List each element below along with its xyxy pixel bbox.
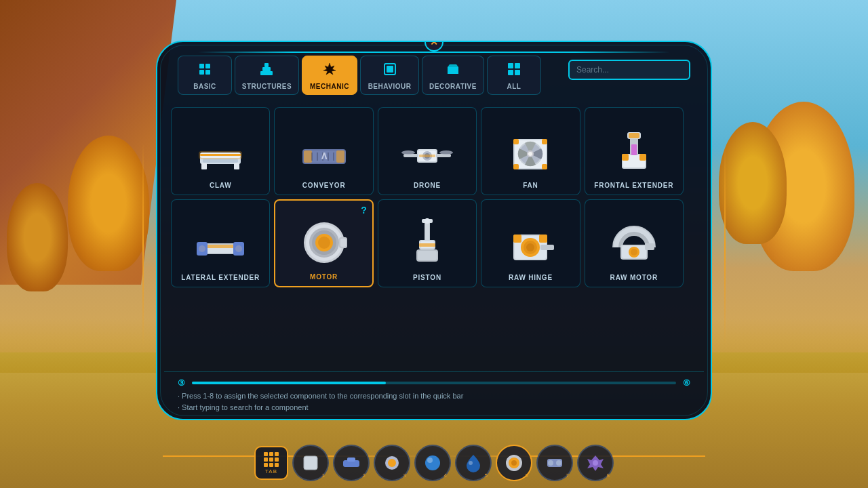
item-motor[interactable]: ?: [274, 199, 373, 287]
svg-point-7: [328, 67, 332, 71]
quickbar-slot-1[interactable]: 1: [292, 445, 329, 481]
claw-label: CLAW: [210, 182, 232, 189]
svg-rect-2: [199, 70, 204, 75]
svg-rect-39: [419, 155, 435, 157]
items-grid-area: CLAW: [164, 103, 690, 371]
raw-motor-icon: [607, 214, 661, 268]
motor-icon: [297, 214, 351, 268]
tab-structures[interactable]: STRUCTURES: [235, 56, 299, 95]
svg-rect-52: [622, 154, 629, 161]
tab-basic[interactable]: BASIC: [178, 56, 232, 95]
tab-grid-icon: [264, 452, 279, 467]
svg-rect-49: [542, 164, 547, 169]
svg-text:∧: ∧: [320, 150, 328, 161]
item-claw[interactable]: CLAW: [171, 107, 270, 195]
tree-left-2: [7, 183, 68, 291]
tab-all-label: ALL: [507, 83, 521, 90]
slot-count-right: ⑥: [683, 378, 690, 388]
structures-icon: [259, 62, 274, 80]
svg-rect-24: [336, 150, 344, 163]
svg-rect-77: [419, 243, 435, 247]
svg-rect-10: [508, 63, 513, 68]
behaviour-icon: [382, 62, 397, 80]
svg-rect-97: [347, 458, 355, 462]
slot-count-left: ③: [178, 378, 185, 388]
svg-rect-20: [200, 154, 241, 156]
svg-rect-9: [387, 66, 393, 73]
quickbar-tab-button[interactable]: TAB: [254, 446, 288, 480]
quickbar-slot-7[interactable]: 7: [536, 445, 573, 481]
svg-rect-95: [304, 456, 317, 470]
tab-decorative[interactable]: DECORATIVE: [422, 56, 484, 95]
svg-point-107: [548, 460, 553, 466]
svg-point-102: [469, 461, 473, 465]
info-bar: ③ ⑥ · Press 1-8 to assign the selected c…: [164, 371, 704, 419]
decorative-icon: [446, 62, 460, 80]
svg-point-101: [427, 458, 433, 463]
close-button[interactable]: ✕: [425, 41, 443, 52]
svg-rect-88: [539, 235, 547, 243]
drone-label: DRONE: [414, 182, 441, 189]
svg-point-38: [439, 150, 453, 155]
quickbar-slot-3[interactable]: 3: [374, 445, 410, 481]
svg-rect-11: [515, 63, 520, 68]
quickbar-slot-6[interactable]: 6: [496, 445, 532, 481]
tab-mechanic[interactable]: MECHANIC: [302, 56, 357, 95]
slot-5-number: 5: [485, 472, 488, 479]
svg-rect-72: [340, 239, 346, 247]
lateral-extender-label: LATERAL EXTENDER: [181, 274, 260, 281]
svg-rect-23: [304, 150, 312, 163]
svg-rect-1: [205, 64, 210, 68]
quickbar-slot-8[interactable]: 8: [577, 445, 614, 481]
slot-2-number: 2: [363, 472, 366, 479]
slot-4-number: 4: [444, 472, 447, 479]
quickbar-slot-4[interactable]: 4: [414, 445, 451, 481]
svg-rect-46: [513, 139, 519, 144]
items-grid: CLAW: [164, 103, 690, 291]
svg-point-109: [593, 460, 598, 466]
svg-rect-87: [513, 235, 521, 243]
basic-icon: [197, 62, 212, 80]
piston-icon: [400, 214, 454, 268]
side-line-right: [724, 142, 726, 346]
svg-rect-17: [234, 163, 239, 169]
svg-rect-74: [425, 221, 429, 240]
item-piston[interactable]: PISTON: [378, 199, 477, 287]
tree-right-2: [719, 122, 787, 244]
svg-rect-53: [639, 154, 646, 161]
slot-6-number: 6: [526, 472, 528, 479]
svg-point-70: [318, 237, 330, 249]
frontal-extender-icon: [607, 122, 661, 176]
item-conveyor[interactable]: ∧ CONVEYOR: [274, 107, 373, 195]
info-tip1: · Press 1-8 to assign the selected compo…: [178, 390, 690, 402]
tree-left-1: [68, 136, 149, 271]
tab-all[interactable]: ALL: [487, 56, 541, 95]
svg-point-108: [556, 460, 561, 466]
mechanic-icon: [322, 62, 337, 80]
quickbar-slot-5[interactable]: 5: [455, 445, 492, 481]
item-raw-hinge[interactable]: RAW HINGE: [481, 199, 580, 287]
slot-8-number: 8: [607, 472, 610, 479]
item-fan[interactable]: FAN: [481, 107, 580, 195]
tab-behaviour[interactable]: BEHAVIOUR: [360, 56, 419, 95]
quickbar-slot-2[interactable]: 2: [333, 445, 370, 481]
item-frontal-extender[interactable]: FRONTAL EXTENDER: [585, 107, 684, 195]
svg-rect-89: [540, 245, 554, 250]
svg-point-100: [425, 455, 440, 470]
question-badge: ?: [361, 205, 367, 216]
tab-structures-label: STRUCTURES: [242, 83, 292, 90]
fan-icon: [503, 122, 557, 176]
fan-label: FAN: [523, 182, 538, 189]
all-icon: [507, 62, 521, 80]
side-line-left: [142, 142, 144, 346]
svg-rect-0: [199, 64, 204, 68]
item-raw-motor[interactable]: RAW MOTOR: [585, 199, 684, 287]
svg-point-81: [425, 218, 430, 224]
svg-rect-48: [513, 164, 519, 169]
frontal-extender-label: FRONTAL EXTENDER: [594, 182, 673, 189]
item-lateral-extender[interactable]: LATERAL EXTENDER: [171, 199, 270, 287]
claw-icon: [193, 122, 248, 176]
item-drone[interactable]: DRONE: [378, 107, 477, 195]
svg-rect-94: [645, 243, 654, 250]
search-input[interactable]: [568, 60, 690, 80]
